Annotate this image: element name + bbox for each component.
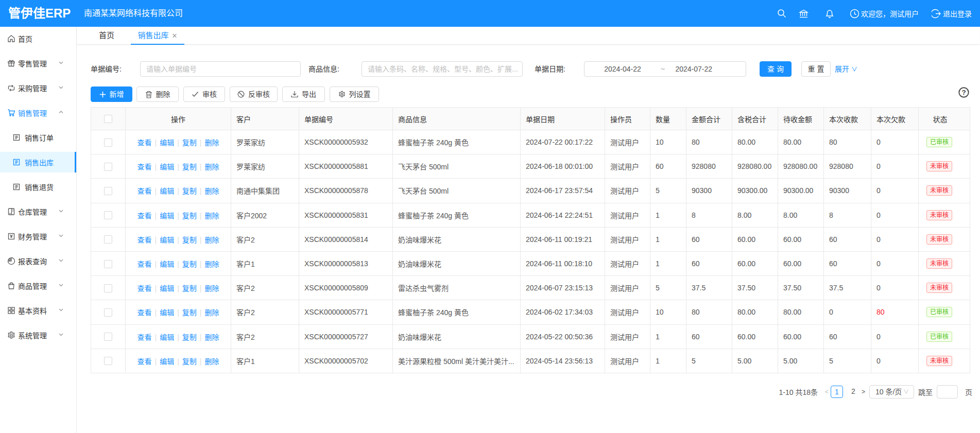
svg-text:?: ? xyxy=(961,89,966,96)
